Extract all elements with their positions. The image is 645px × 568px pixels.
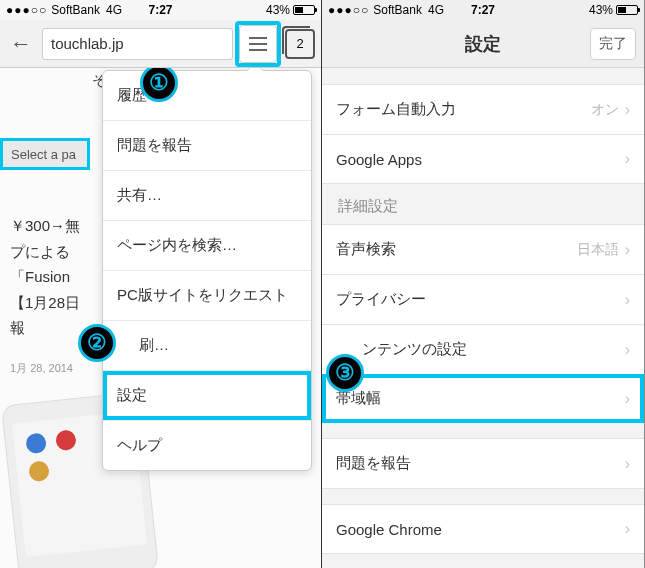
battery-icon bbox=[616, 5, 638, 15]
battery-icon bbox=[293, 5, 315, 15]
row-autofill[interactable]: フォーム自動入力 オン › bbox=[322, 84, 644, 135]
menu-label: 刷… bbox=[139, 336, 169, 353]
menu-button[interactable] bbox=[239, 25, 277, 63]
signal-dots: ●●●○○ bbox=[328, 3, 369, 17]
row-content-settings[interactable]: ンテンツの設定 › bbox=[322, 324, 644, 375]
browser-toolbar: ← touchlab.jp 2 bbox=[0, 20, 321, 68]
row-label: 音声検索 bbox=[336, 240, 396, 259]
hamburger-icon bbox=[249, 43, 267, 45]
chevron-right-icon: › bbox=[625, 291, 630, 309]
menu-item-settings[interactable]: 設定 bbox=[103, 371, 311, 421]
clock: 7:27 bbox=[148, 3, 172, 17]
done-label: 完了 bbox=[599, 35, 627, 53]
chevron-right-icon: › bbox=[625, 241, 630, 259]
menu-item-report[interactable]: 問題を報告 bbox=[103, 121, 311, 171]
menu-label: ページ内を検索… bbox=[117, 236, 237, 253]
annotation-marker-2: ② bbox=[78, 324, 116, 362]
row-label: ンテンツの設定 bbox=[362, 340, 467, 359]
url-input[interactable]: touchlab.jp bbox=[42, 28, 233, 60]
signal-dots: ●●●○○ bbox=[6, 3, 47, 17]
row-google-apps[interactable]: Google Apps › bbox=[322, 134, 644, 184]
annotation-marker-3: ③ bbox=[326, 354, 364, 392]
article-date: 1月 28, 2014 bbox=[10, 361, 73, 376]
menu-item-help[interactable]: ヘルプ bbox=[103, 421, 311, 470]
done-button[interactable]: 完了 bbox=[590, 28, 636, 60]
battery-indicator: 43% bbox=[589, 3, 638, 17]
row-google-chrome[interactable]: Google Chrome › bbox=[322, 504, 644, 554]
settings-list[interactable]: フォーム自動入力 オン › Google Apps › 詳細設定 音声検索 日本… bbox=[322, 68, 644, 568]
tabs-button[interactable]: 2 bbox=[285, 29, 315, 59]
row-value: オン bbox=[591, 101, 619, 119]
clock: 7:27 bbox=[471, 3, 495, 17]
row-bandwidth[interactable]: 帯域幅 › bbox=[322, 374, 644, 423]
overflow-menu: 履歴 問題を報告 共有… ページ内を検索… PC版サイトをリクエスト 刷… 設定… bbox=[102, 70, 312, 471]
screenshot-left: ●●●○○ SoftBank 4G 7:27 43% ← touchlab.jp… bbox=[0, 0, 322, 568]
status-bar: ●●●○○ SoftBank 4G 7:27 43% bbox=[0, 0, 321, 20]
section-header-advanced: 詳細設定 bbox=[322, 183, 644, 224]
settings-title: 設定 bbox=[465, 32, 501, 56]
row-label: プライバシー bbox=[336, 290, 426, 309]
tab-count: 2 bbox=[296, 36, 303, 51]
menu-item-print[interactable]: 刷… bbox=[103, 321, 311, 371]
row-report-issue[interactable]: 問題を報告 › bbox=[322, 438, 644, 489]
chevron-right-icon: › bbox=[625, 150, 630, 168]
back-button[interactable]: ← bbox=[6, 28, 36, 60]
menu-label: 共有… bbox=[117, 186, 162, 203]
status-bar: ●●●○○ SoftBank 4G 7:27 43% bbox=[322, 0, 644, 20]
row-label: Google Chrome bbox=[336, 521, 442, 538]
select-page-label: Select a pa bbox=[11, 147, 76, 162]
chevron-right-icon: › bbox=[625, 455, 630, 473]
screenshot-right: ●●●○○ SoftBank 4G 7:27 43% 設定 完了 フォーム自動入… bbox=[322, 0, 644, 568]
page-content: その他のデバ Select a pa ￥300→無 プによる 「Fusion 【… bbox=[0, 68, 321, 568]
network-label: 4G bbox=[106, 3, 122, 17]
battery-pct: 43% bbox=[589, 3, 613, 17]
network-label: 4G bbox=[428, 3, 444, 17]
menu-label: PC版サイトをリクエスト bbox=[117, 286, 288, 303]
row-voice-search[interactable]: 音声検索 日本語 › bbox=[322, 224, 644, 275]
menu-label: ヘルプ bbox=[117, 436, 162, 453]
chevron-right-icon: › bbox=[625, 390, 630, 408]
menu-label: 設定 bbox=[117, 386, 147, 403]
menu-item-history[interactable]: 履歴 bbox=[103, 71, 311, 121]
article-title: ￥300→無 プによる 「Fusion 【1月28日 報 bbox=[10, 213, 105, 341]
menu-item-share[interactable]: 共有… bbox=[103, 171, 311, 221]
row-label: フォーム自動入力 bbox=[336, 100, 456, 119]
menu-item-desktop[interactable]: PC版サイトをリクエスト bbox=[103, 271, 311, 321]
row-label: 問題を報告 bbox=[336, 454, 411, 473]
menu-item-find[interactable]: ページ内を検索… bbox=[103, 221, 311, 271]
chevron-right-icon: › bbox=[625, 341, 630, 359]
url-text: touchlab.jp bbox=[51, 35, 124, 52]
back-arrow-icon: ← bbox=[10, 31, 32, 57]
select-page-dropdown[interactable]: Select a pa bbox=[0, 138, 90, 170]
chevron-right-icon: › bbox=[625, 520, 630, 538]
battery-indicator: 43% bbox=[266, 3, 315, 17]
carrier-label: SoftBank bbox=[51, 3, 100, 17]
menu-label: 問題を報告 bbox=[117, 136, 192, 153]
battery-pct: 43% bbox=[266, 3, 290, 17]
row-label: Google Apps bbox=[336, 151, 422, 168]
row-value: 日本語 bbox=[577, 241, 619, 259]
settings-navbar: 設定 完了 bbox=[322, 20, 644, 68]
row-privacy[interactable]: プライバシー › bbox=[322, 274, 644, 325]
chevron-right-icon: › bbox=[625, 101, 630, 119]
carrier-label: SoftBank bbox=[373, 3, 422, 17]
